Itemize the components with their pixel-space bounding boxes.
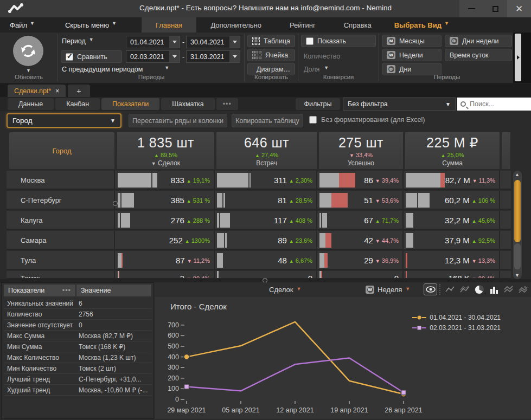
table-row[interactable]: Калуга276▲ 288 %117▲ 408 %67▲ 71,7%32,2 … <box>7 211 511 230</box>
stat-row[interactable]: Мин СуммаТомск (168 K ₽) <box>4 341 151 352</box>
table-row[interactable]: Тула87▼ 11,2%48▲ 6,67%29▼ 36,9%12,3 M▼ 1… <box>7 251 511 270</box>
pie-chart-button[interactable] <box>472 283 486 295</box>
metric-cell[interactable]: 82,7 M▼ 11,3% <box>405 171 500 190</box>
conversion-show-checkbox[interactable]: Показать <box>301 35 376 47</box>
eye-toggle[interactable] <box>424 283 437 295</box>
kpi-header-2[interactable]: 646 шт▲ 27,4%Встреч <box>216 132 317 170</box>
stat-row[interactable]: Мин КоличествоТомск (2 шт) <box>4 363 151 374</box>
more-tabs-button[interactable]: ••• <box>216 98 238 110</box>
metric-cell[interactable]: 51▼ 53,6% <box>318 191 404 210</box>
metric-cell[interactable]: 385▲ 531 % <box>117 191 215 210</box>
compare-date-from-input[interactable]: 02.03.2021 <box>126 50 180 63</box>
conversion-share-dropdown[interactable]: Доля▼ <box>304 66 329 73</box>
close-button[interactable]: ✕ <box>507 0 531 17</box>
tab-chess[interactable]: Шахматка <box>161 98 214 110</box>
chart-period-select[interactable]: W Неделя▼ <box>366 284 410 295</box>
months-button[interactable]: MМесяцы <box>382 35 442 47</box>
kpi-header-3[interactable]: 275 шт▼ 33,4%Успешно <box>318 132 404 170</box>
scroll-up-icon[interactable]: ▲ <box>515 172 520 177</box>
stacked-area-r-button[interactable]: R <box>516 283 530 295</box>
line-chart-button[interactable] <box>443 283 457 295</box>
metric-cell[interactable]: 833▲ 19,1% <box>117 171 215 190</box>
metric-cell[interactable]: 29▼ 36,9% <box>318 251 404 270</box>
stat-row[interactable]: Количество2756 <box>4 309 151 320</box>
choose-view-menu[interactable]: Выбрать Вид▼ <box>386 17 458 33</box>
copy-table-button[interactable]: Таблица <box>247 35 295 47</box>
weeks-button[interactable]: WНедели <box>382 49 442 61</box>
table-row[interactable]: Москва833▲ 19,1%311▲ 2,30%86▼ 39,4%82,7 … <box>7 171 511 190</box>
metric-cell[interactable]: 81▲ 28,5% <box>216 191 317 210</box>
stacked-area-button[interactable] <box>502 283 515 295</box>
maximize-button[interactable] <box>483 0 507 17</box>
calendar-dropdown-icon[interactable] <box>229 51 240 62</box>
metric-cell[interactable]: 42▼ 44,7% <box>318 231 404 250</box>
stats-header-indicators[interactable]: Показатели••• <box>4 285 75 296</box>
stat-row[interactable]: Лучший трендС-Петербург, +31,0... <box>4 374 151 385</box>
metric-cell[interactable]: 12,3 M▼ 13,3% <box>405 251 500 270</box>
metric-cell[interactable]: 311▲ 2,30% <box>216 171 317 190</box>
calendar-dropdown-icon[interactable] <box>229 36 240 48</box>
scroll-down-icon[interactable]: ▼ <box>515 273 520 278</box>
minimize-button[interactable] <box>459 0 483 17</box>
compare-checkbox[interactable]: Сравнить <box>61 50 122 63</box>
multi-line-chart-button[interactable] <box>458 283 471 295</box>
ribbon-scrollbar[interactable] <box>515 34 521 81</box>
metric-cell[interactable]: 168 K▼ 89,4% <box>405 271 500 279</box>
ribbon-tab-help[interactable]: Справка <box>330 17 386 33</box>
stat-row[interactable]: Значение отсутствует0 <box>4 320 151 331</box>
time-of-day-button[interactable]: Время суток <box>445 49 512 61</box>
table-vertical-scrollbar[interactable]: ▲ ▼ <box>513 171 522 279</box>
metric-cell[interactable]: 2▼ 89,4% <box>117 271 215 279</box>
compare-date-to-input[interactable]: 31.03.2021 <box>186 50 240 63</box>
stat-row[interactable]: Уникальных значений6 <box>4 298 151 309</box>
calendar-dropdown-icon[interactable] <box>169 36 180 48</box>
no-formatting-checkbox[interactable]: Без форматирования (для Excel) <box>309 116 425 124</box>
ribbon-tab-rating[interactable]: Рейтинг <box>276 17 330 33</box>
filter-select[interactable]: Без фильтра▼ <box>343 98 456 111</box>
refresh-button[interactable] <box>13 36 43 66</box>
period-label[interactable]: Период▼ <box>62 37 94 45</box>
hide-menu[interactable]: Скрыть меню▼ <box>55 17 126 33</box>
dimension-header[interactable]: Город <box>9 132 115 170</box>
dimension-select[interactable]: Город▼ <box>7 113 121 128</box>
table-row-clipped[interactable]: Томск2▼ 89,4%00168 K▼ 89,4% <box>7 271 511 279</box>
metric-cell[interactable]: 60,2 M▲ 106 % <box>405 191 500 210</box>
date-from-input[interactable]: 01.04.2021 <box>126 36 180 48</box>
filters-button[interactable]: Фильтры <box>296 98 340 110</box>
metric-cell[interactable]: 87▼ 11,2% <box>117 251 215 270</box>
tab-indicators[interactable]: Показатели <box>101 98 159 110</box>
metric-cell[interactable]: 117▲ 408 % <box>216 211 317 230</box>
metric-cell[interactable]: 32,2 M▲ 45,6% <box>405 211 500 230</box>
weekdays-button[interactable]: DДни недели <box>445 35 512 47</box>
add-tab-button[interactable]: + <box>68 85 89 97</box>
more-icon[interactable]: ••• <box>62 287 71 294</box>
with-previous-period[interactable]: С предыдущим периодом▼ <box>62 66 169 73</box>
date-to-input[interactable]: 30.04.2021 <box>186 36 240 48</box>
ribbon-tab-main[interactable]: Главная <box>142 17 196 33</box>
stat-row[interactable]: Худший трендМосква, -10,60 M ₽ (-... <box>4 385 151 396</box>
metric-cell[interactable]: 0 <box>216 271 317 279</box>
file-menu[interactable]: Файл▼ <box>0 17 44 33</box>
tab-data[interactable]: Данные <box>8 98 54 110</box>
metric-cell[interactable]: 37,9 M▲ 92,5% <box>405 231 500 250</box>
swap-rows-columns-button[interactable]: Переставить ряды и колонки <box>129 114 227 127</box>
doc-tab-active[interactable]: Сделки.npt*× <box>8 85 66 97</box>
metric-cell[interactable]: 48▲ 6,67% <box>216 251 317 270</box>
stat-row[interactable]: Макс КоличествоМосква (1,23 K шт) <box>4 352 151 363</box>
metric-cell[interactable]: 276▲ 288 % <box>117 211 215 230</box>
table-row[interactable]: С-Петербург385▲ 531 %81▲ 28,5%51▼ 53,6%6… <box>7 191 511 210</box>
metric-cell[interactable]: 86▼ 39,4% <box>318 171 404 190</box>
tab-kanban[interactable]: Канбан <box>55 98 100 110</box>
chart-metric-select[interactable]: Сделок▼ <box>269 284 301 295</box>
copy-cell-button[interactable]: Ячейка <box>247 49 295 61</box>
stat-row[interactable]: Макс СуммаМосква (82,7 M ₽) <box>4 331 151 341</box>
kpi-header-4[interactable]: 225 M ₽▲ 25,0%Сумма <box>405 132 500 170</box>
ribbon-tab-additional[interactable]: Дополнительно <box>196 17 276 33</box>
bar-chart-button[interactable] <box>487 283 501 295</box>
column-splitter-handle[interactable] <box>113 201 118 206</box>
metric-cell[interactable]: 67▲ 71,7% <box>318 211 404 230</box>
table-row[interactable]: Самара252▲ 1300%89▲ 23,6%42▼ 44,7%37,9 M… <box>7 231 511 250</box>
metric-cell[interactable]: 0 <box>318 271 404 279</box>
kpi-header-1[interactable]: 1 835 шт▲ 89,5%▼ Сделок <box>117 132 215 170</box>
metric-cell[interactable]: 252▲ 1300% <box>117 231 215 250</box>
